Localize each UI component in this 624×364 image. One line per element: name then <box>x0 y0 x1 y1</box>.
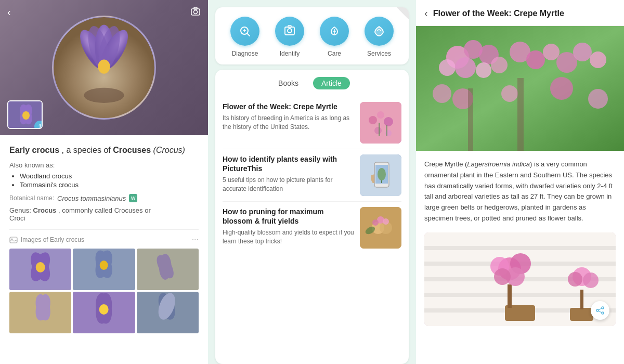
svg-point-47 <box>377 111 384 119</box>
svg-rect-95 <box>508 284 512 308</box>
svg-point-69 <box>439 59 456 76</box>
plant-image-1[interactable] <box>9 249 71 290</box>
plant-image-3[interactable] <box>137 249 199 290</box>
identify-label: Identify <box>280 50 300 57</box>
article-desc-1: Its history of breeding in America is as… <box>223 114 355 132</box>
svg-point-56 <box>378 168 386 180</box>
svg-rect-86 <box>468 88 473 151</box>
share-button[interactable] <box>591 301 609 320</box>
plant-thumbnail[interactable]: 1 <box>7 100 43 129</box>
svg-point-1 <box>194 10 198 14</box>
article-item-1[interactable]: Flower of the Week: Crepe Myrtle Its his… <box>223 97 401 149</box>
articles-card: Books Article Flower of the Week: Crepe … <box>215 70 409 364</box>
plant-image-5[interactable] <box>73 292 135 333</box>
images-section: Images of Early crocus ··· <box>9 229 199 333</box>
diagnose-service[interactable]: Diagnose <box>230 17 259 57</box>
svg-point-49 <box>374 127 382 134</box>
article-item-3[interactable]: How to pruning for maximum blossom & fru… <box>223 202 401 254</box>
right-header: ‹ Flower of the Week: Crepe Myrtle <box>416 0 624 26</box>
also-known-label: Also known as: <box>9 161 199 169</box>
wiki-icon[interactable]: W <box>129 194 137 202</box>
svg-point-20 <box>36 262 45 272</box>
svg-point-24 <box>100 261 108 270</box>
services-label: Services <box>367 50 391 57</box>
image-grid <box>9 249 199 333</box>
identify-service[interactable]: Identify <box>275 17 304 57</box>
svg-point-73 <box>476 62 491 78</box>
svg-point-9 <box>98 59 110 73</box>
svg-point-105 <box>568 272 582 287</box>
article-item-2[interactable]: How to identify plants easily with Pictu… <box>223 149 401 202</box>
article-body-text: Crepe Myrtle (Lagerstroemia indica) is a… <box>424 159 616 224</box>
list-item: Woodland crocus <box>20 172 199 180</box>
diagnose-label: Diagnose <box>232 50 258 57</box>
services-icons-row: Diagnose Identify <box>225 17 399 57</box>
plant-title: Early crocus , a species of Crocuses (Cr… <box>9 145 199 156</box>
article-title-3: How to pruning for maximum blossom & fru… <box>223 207 355 226</box>
tab-article[interactable]: Article <box>313 77 350 89</box>
svg-point-72 <box>491 57 508 73</box>
svg-point-27 <box>159 254 171 280</box>
svg-point-106 <box>602 307 604 309</box>
right-article-content: Crepe Myrtle (Lagerstroemia indica) is a… <box>416 151 624 334</box>
services-service[interactable]: Services <box>365 17 394 57</box>
svg-point-104 <box>583 272 599 288</box>
services-card: Diagnose Identify <box>215 7 409 64</box>
middle-panel: Diagnose Identify <box>208 0 416 364</box>
svg-point-63 <box>383 218 389 225</box>
svg-point-108 <box>602 312 604 314</box>
svg-rect-85 <box>517 78 524 151</box>
care-service[interactable]: Care <box>320 17 349 57</box>
botanical-name: Crocus tommasinianus <box>57 194 126 202</box>
svg-point-80 <box>433 84 451 103</box>
plant-image-6[interactable] <box>137 292 199 333</box>
genus-row: Genus: Crocus , commonly called Crocuses… <box>9 206 199 222</box>
diagnose-icon-circle <box>230 17 259 46</box>
svg-point-62 <box>372 219 379 226</box>
botanical-row: Botanical name: Crocus tommasinianus W <box>9 194 199 202</box>
article-text-3: How to pruning for maximum blossom & fru… <box>223 207 355 249</box>
article-text-1: Flower of the Week: Crepe Myrtle Its his… <box>223 102 355 144</box>
right-panel: ‹ Flower of the Week: Crepe Myrtle <box>416 0 624 364</box>
svg-rect-52 <box>386 125 387 136</box>
left-panel: ‹ <box>0 0 208 364</box>
svg-point-78 <box>573 43 592 61</box>
hero-image <box>416 26 624 151</box>
svg-point-70 <box>455 57 476 78</box>
right-back-button[interactable]: ‹ <box>424 7 428 19</box>
svg-point-10 <box>84 88 124 103</box>
article-text-2: How to identify plants easily with Pictu… <box>223 154 355 196</box>
article-thumb-1 <box>360 102 401 144</box>
article-thumb-2 <box>360 154 401 196</box>
svg-point-84 <box>588 89 608 109</box>
article-thumb-3 <box>360 207 401 249</box>
back-button[interactable]: ‹ <box>7 6 11 18</box>
svg-point-100 <box>494 268 511 285</box>
plant-info-card: Early crocus , a species of Crocuses (Cr… <box>0 135 208 364</box>
svg-line-110 <box>599 311 602 313</box>
plant-main-image <box>52 16 156 120</box>
article-title-2: How to identify plants easily with Pictu… <box>223 154 355 173</box>
identify-icon-circle <box>275 17 304 46</box>
more-options-button[interactable]: ··· <box>192 235 199 244</box>
svg-point-48 <box>384 117 393 126</box>
svg-rect-2 <box>194 7 197 9</box>
plant-image-4[interactable] <box>9 292 71 333</box>
plant-hero-bg: ‹ <box>0 0 208 135</box>
right-second-image <box>424 232 616 326</box>
article-title-1: Flower of the Week: Crepe Myrtle <box>223 102 355 111</box>
svg-rect-15 <box>10 237 17 243</box>
svg-point-34 <box>99 304 109 315</box>
care-label: Care <box>328 50 341 57</box>
plant-image-2[interactable] <box>73 249 135 290</box>
tab-books[interactable]: Books <box>274 77 303 89</box>
svg-rect-51 <box>379 123 380 136</box>
services-icon-circle <box>365 17 394 46</box>
camera-button[interactable] <box>190 6 201 18</box>
tabs-row: Books Article <box>223 77 401 89</box>
images-header: Images of Early crocus ··· <box>9 235 199 244</box>
image-count-badge: 1 <box>34 121 43 129</box>
svg-rect-44 <box>288 25 291 28</box>
svg-point-14 <box>22 111 30 120</box>
article-desc-2: 5 useful tips on how to picture plants f… <box>223 176 355 193</box>
